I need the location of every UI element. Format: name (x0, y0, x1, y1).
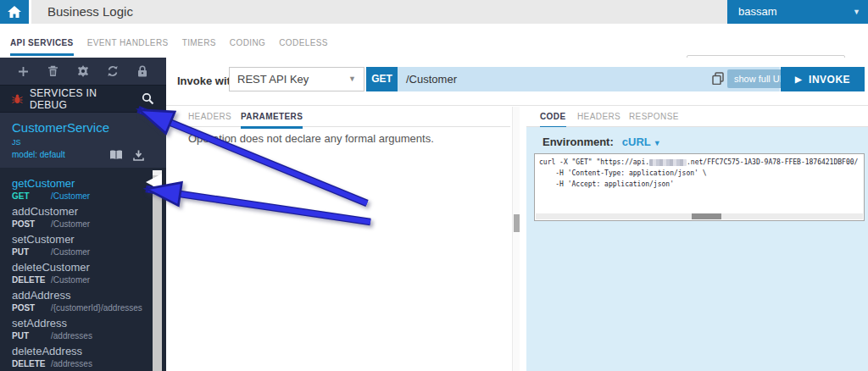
content-scrollbar[interactable] (512, 107, 520, 371)
service-name[interactable]: CustomerService (12, 120, 154, 135)
selected-method-caret (146, 174, 162, 191)
method-item-addcustomer[interactable]: addCustomer POST/Customer (0, 201, 166, 229)
redacted-host (649, 159, 687, 166)
user-name: bassam (738, 5, 777, 18)
page-title: Business Logic (47, 0, 133, 24)
tab-request-headers[interactable]: HEADERS (188, 112, 231, 126)
service-language-badge: JS (12, 138, 154, 147)
settings-gear-icon[interactable] (75, 63, 92, 80)
curl-line-2: -H 'Content-Type: application/json' \ (539, 168, 860, 179)
code-horizontal-scrollbar-thumb[interactable] (692, 213, 721, 219)
top-bar: Business Logic bassam ▼ (0, 0, 868, 24)
invoke-bar: Invoke with: REST API Key ▼ GET /Custome… (166, 58, 868, 106)
home-button[interactable] (0, 0, 31, 24)
http-method-chip: GET (366, 67, 398, 91)
chevron-down-icon: ▼ (853, 0, 860, 24)
section-nav: API SERVICES EVENT HANDLERS TIMERS CODIN… (0, 24, 868, 58)
search-icon[interactable] (142, 92, 154, 105)
tab-coding[interactable]: CODING (230, 38, 265, 56)
add-service-icon[interactable] (15, 63, 32, 80)
services-sidebar: SERVICES IN DEBUG CustomerService JS mod… (0, 58, 166, 371)
tab-code[interactable]: CODE (540, 112, 566, 129)
method-item-addaddress[interactable]: addAddress POST/{customerId}/addresses (0, 285, 166, 313)
docs-book-icon[interactable] (109, 150, 123, 161)
tab-response[interactable]: RESPONSE (629, 112, 679, 126)
environment-label: Environment: (542, 136, 614, 148)
tab-request-parameters[interactable]: PARAMETERS (241, 112, 303, 129)
code-panel-body: Environment: cURL▼ curl -X "GET" "https:… (526, 127, 868, 371)
nav-tabs: API SERVICES EVENT HANDLERS TIMERS CODIN… (10, 38, 328, 56)
response-tabs: CODE HEADERS RESPONSE (526, 106, 868, 127)
tab-timers[interactable]: TIMERS (182, 38, 216, 56)
invoke-button-label: INVOKE (809, 74, 850, 86)
services-in-debug-header[interactable]: SERVICES IN DEBUG (0, 85, 166, 113)
auth-key-value: REST API Key (237, 73, 309, 86)
home-icon (8, 6, 21, 18)
user-menu[interactable]: bassam ▼ (727, 0, 868, 24)
bug-icon (12, 94, 23, 104)
lock-icon[interactable] (134, 63, 151, 80)
code-horizontal-scrollbar[interactable] (536, 213, 863, 219)
method-item-getcustomer[interactable]: getCustomer GET/Customer (0, 173, 166, 201)
sidebar-toolbar (0, 58, 166, 85)
business-logic-screen: Business Logic bassam ▼ API SERVICES EVE… (0, 0, 868, 371)
sidebar-scrollbar[interactable] (153, 170, 162, 371)
method-item-setaddress[interactable]: setAddress PUT/addresses (0, 313, 166, 341)
delete-service-icon[interactable] (45, 63, 62, 80)
download-icon[interactable] (133, 150, 144, 161)
service-card-customerservice[interactable]: CustomerService JS model: default (0, 113, 166, 168)
services-in-debug-label: SERVICES IN DEBUG (30, 87, 135, 111)
curl-line-1: curl -X "GET" "https://api..net/FFC7C575… (539, 157, 860, 168)
refresh-icon[interactable] (104, 63, 121, 80)
chevron-down-icon: ▼ (654, 139, 661, 147)
environment-select[interactable]: cURL▼ (622, 136, 661, 148)
tab-codeless[interactable]: CODELESS (279, 38, 328, 56)
request-tabs: HEADERS PARAMETERS (166, 106, 510, 127)
arrow-to-getcustomer (146, 189, 370, 222)
play-icon: ▶ (795, 75, 802, 84)
tab-api-services[interactable]: API SERVICES (10, 38, 74, 56)
content-scrollbar-thumb[interactable] (514, 214, 520, 232)
response-panel: CODE HEADERS RESPONSE Environment: cURL▼… (526, 106, 868, 371)
method-item-deleteaddress[interactable]: deleteAddress DELETE/addresses (0, 341, 166, 368)
invoke-button[interactable]: ▶ INVOKE (781, 67, 865, 91)
curl-code-box[interactable]: curl -X "GET" "https://api..net/FFC7C575… (534, 153, 865, 221)
method-item-deletecustomer[interactable]: deleteCustomer DELETE/Customer (0, 257, 166, 285)
chevron-down-icon: ▼ (348, 68, 356, 91)
tab-response-headers[interactable]: HEADERS (577, 112, 620, 126)
curl-line-3: -H 'Accept: application/json' (539, 179, 860, 190)
copy-url-icon[interactable] (712, 72, 724, 85)
auth-key-select[interactable]: REST API Key ▼ (229, 67, 364, 91)
tab-event-handlers[interactable]: EVENT HANDLERS (87, 38, 169, 56)
no-arguments-message: Operation does not declare any formal ar… (188, 132, 434, 145)
sidebar-scrollbar-thumb[interactable] (153, 175, 162, 371)
method-item-setcustomer[interactable]: setCustomer PUT/Customer (0, 229, 166, 257)
method-list: getCustomer GET/Customer addCustomer POS… (0, 168, 166, 371)
